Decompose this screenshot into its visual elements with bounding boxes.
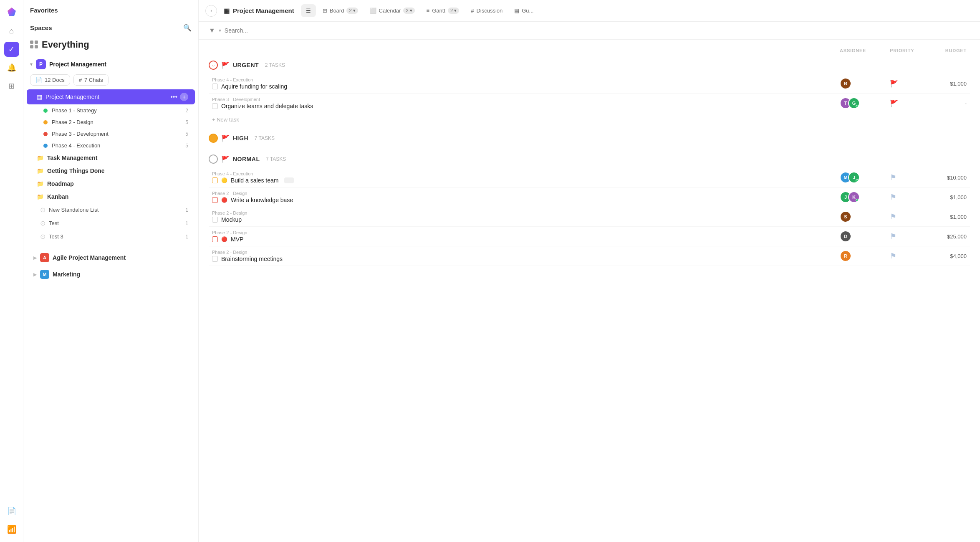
task-checkbox[interactable] — [212, 197, 218, 203]
assignee-cell: B — [836, 78, 887, 89]
gu-tab-icon: ▤ — [514, 8, 519, 14]
priority-circle-high[interactable] — [209, 134, 218, 143]
board-tab-label: Board — [330, 8, 344, 14]
list-item-project-management[interactable]: ▦ Project Management ••• + — [27, 89, 195, 104]
avatar: S — [840, 211, 851, 223]
budget-cell: $10,000 — [928, 175, 970, 181]
standalone-icon: ⊙ — [40, 206, 45, 214]
search-bar: ▼ ▾ — [199, 22, 980, 40]
phase-item[interactable]: Phase 2 - Design 5 — [27, 117, 195, 128]
grid-icon[interactable]: ⊞ — [4, 79, 19, 94]
priority-header[interactable]: 🚩 NORMAL 7 TASKS — [209, 150, 970, 168]
gu-tab-label: Gu... — [522, 8, 533, 14]
assignee-col-header: ASSIGNEE — [836, 48, 887, 53]
list-add-button[interactable]: + — [180, 93, 188, 101]
folder-item[interactable]: 📁 Task Management — [27, 152, 195, 164]
task-row[interactable]: Phase 4 - ExecutionAquire funding for sc… — [209, 74, 970, 94]
task-name: 🔴MVP — [212, 236, 833, 243]
budget-dash: - — [965, 100, 967, 106]
phase-item[interactable]: Phase 1 - Strategy 2 — [27, 105, 195, 116]
list-actions: ••• + — [169, 92, 188, 101]
section-high: 🚩 HIGH 7 TASKS — [209, 129, 970, 147]
tab-gantt[interactable]: ≡ Gantt 2 ▾ — [422, 4, 465, 17]
space-project-header[interactable]: ▾ P Project Management — [23, 56, 198, 73]
chats-button[interactable]: # 7 Chats — [73, 74, 109, 86]
new-task-button[interactable]: + New task — [209, 113, 970, 126]
task-checkbox[interactable] — [212, 177, 218, 183]
doc-icon[interactable]: 📄 — [4, 504, 19, 519]
task-phase: Phase 4 - Execution — [212, 77, 833, 82]
list-more-button[interactable]: ••• — [169, 92, 178, 101]
priority-cell: ⚑ — [887, 212, 928, 221]
task-name-text: Aquire funding for scaling — [221, 83, 287, 90]
phase-dot — [43, 132, 48, 136]
avatar: B — [840, 78, 851, 89]
priority-circle-normal[interactable] — [209, 154, 218, 164]
task-checkbox[interactable] — [212, 256, 218, 262]
standalone-item[interactable]: ⊙ Test 1 — [27, 217, 195, 230]
tab-list[interactable]: ☰ — [301, 4, 316, 17]
phase-name: Phase 4 - Execution — [52, 142, 185, 149]
everything-icon — [30, 41, 38, 49]
docs-button[interactable]: 📄 12 Docs — [30, 74, 70, 86]
priority-task-count: 7 TASKS — [263, 156, 286, 162]
section-urgent: ○ 🚩 URGENT 2 TASKS Phase 4 - ExecutionAq… — [209, 56, 970, 126]
task-row[interactable]: Phase 2 - Design🔴MVPD⚑$25,000 — [209, 227, 970, 246]
home-icon[interactable]: ⌂ — [4, 23, 19, 38]
phase-item[interactable]: Phase 3 - Development 5 — [27, 128, 195, 139]
folder-item[interactable]: 📁 Getting Things Done — [27, 165, 195, 177]
signal-icon[interactable]: 📶 — [4, 522, 19, 537]
online-indicator — [856, 199, 859, 202]
priority-header[interactable]: 🚩 HIGH 7 TASKS — [209, 129, 970, 147]
collapse-sidebar-button[interactable]: ‹ — [205, 5, 217, 17]
search-input[interactable] — [225, 27, 970, 34]
bell-icon[interactable]: 🔔 — [4, 60, 19, 75]
filter-icon[interactable]: ▼ — [209, 27, 215, 34]
task-name-text: Write a knowledge base — [231, 197, 293, 203]
tab-board[interactable]: ⊞ Board 2 ▾ — [318, 4, 363, 17]
other-space-item[interactable]: ▶ A Agile Project Management — [27, 250, 195, 266]
everything-item[interactable]: Everything — [23, 35, 198, 54]
other-space-icon: M — [40, 270, 49, 279]
folder-item[interactable]: 📁 Roadmap — [27, 177, 195, 190]
task-checkbox[interactable] — [212, 103, 218, 109]
budget-cell: $1,000 — [928, 194, 970, 200]
task-row[interactable]: Phase 2 - DesignBrainstorming meetingsR⚑… — [209, 246, 970, 266]
standalone-name: Test — [49, 220, 185, 226]
phase-name: Phase 3 - Development — [52, 131, 185, 137]
tab-gu[interactable]: ▤ Gu... — [509, 4, 538, 17]
priority-header[interactable]: ○ 🚩 URGENT 2 TASKS — [209, 56, 970, 74]
task-row[interactable]: Phase 2 - DesignMockupS⚑$1,000 — [209, 207, 970, 227]
task-phase: Phase 2 - Design — [212, 210, 833, 215]
task-row[interactable]: Phase 4 - Execution🟡Build a sales team—M… — [209, 168, 970, 187]
task-cell: Phase 2 - DesignMockup — [209, 210, 836, 223]
folder-icon: 📁 — [37, 154, 44, 161]
chats-label: 7 Chats — [84, 77, 103, 83]
calendar-tab-icon: ⬜ — [370, 8, 376, 14]
nav-title[interactable]: ▦ Project Management — [219, 4, 299, 18]
task-checkbox[interactable] — [212, 217, 218, 223]
task-name: 🟡Build a sales team— — [212, 177, 833, 184]
standalone-item[interactable]: ⊙ New Standalone List 1 — [27, 203, 195, 216]
docs-label: 12 Docs — [45, 77, 65, 83]
tasks-icon[interactable]: ✓ — [4, 42, 19, 57]
filter-dropdown-icon[interactable]: ▾ — [219, 28, 221, 33]
standalone-item[interactable]: ⊙ Test 3 1 — [27, 230, 195, 243]
task-checkbox[interactable] — [212, 236, 218, 242]
task-row[interactable]: Phase 3 - DevelopmentOrganize teams and … — [209, 94, 970, 113]
tab-calendar[interactable]: ⬜ Calendar 2 ▾ — [365, 4, 420, 17]
list-tab-icon: ☰ — [306, 8, 311, 14]
folder-item[interactable]: 📁 Kanban — [27, 190, 195, 203]
avatar-stack: TG — [840, 97, 860, 109]
task-row[interactable]: Phase 2 - Design🔴Write a knowledge baseJ… — [209, 187, 970, 207]
other-space-item[interactable]: ▶ M Marketing — [27, 266, 195, 282]
phase-count: 5 — [185, 131, 188, 137]
tab-discussion[interactable]: # Discussion — [466, 4, 508, 17]
task-cell: Phase 3 - DevelopmentOrganize teams and … — [209, 97, 836, 109]
phase-item[interactable]: Phase 4 - Execution 5 — [27, 140, 195, 151]
folder-name: Kanban — [47, 193, 68, 200]
other-space-name: Marketing — [53, 271, 80, 278]
task-checkbox[interactable] — [212, 84, 218, 89]
priority-circle-urgent[interactable]: ○ — [209, 61, 218, 70]
spaces-search-icon[interactable]: 🔍 — [183, 24, 192, 32]
